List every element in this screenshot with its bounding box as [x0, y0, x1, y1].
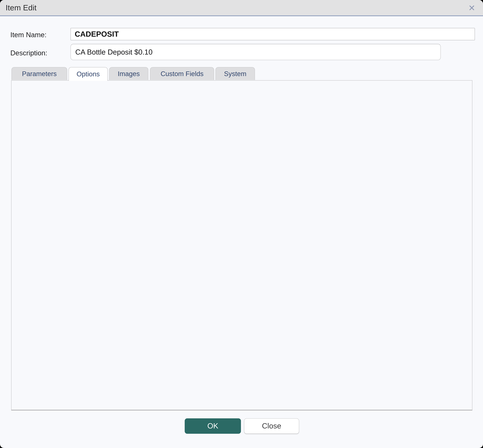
dialog-title: Item Edit [6, 3, 37, 12]
tab-label: Options [76, 70, 100, 78]
close-button[interactable]: Close [244, 418, 299, 434]
item-name-input[interactable] [71, 28, 475, 40]
tab-label: Parameters [22, 70, 57, 78]
ok-button[interactable]: OK [185, 418, 241, 434]
description-input[interactable] [71, 44, 441, 60]
tab-images[interactable]: Images [109, 67, 148, 80]
tab-custom-fields[interactable]: Custom Fields [150, 67, 214, 80]
options-tab-panel [11, 80, 472, 410]
item-name-label: Item Name: [10, 31, 46, 39]
close-icon[interactable]: ✕ [467, 3, 477, 13]
tab-label: Custom Fields [161, 70, 204, 78]
tab-options[interactable]: Options [69, 67, 108, 81]
tab-system[interactable]: System [215, 67, 255, 80]
tab-label: Images [118, 70, 140, 78]
description-label: Description: [10, 49, 47, 57]
dialog-titlebar: Item Edit ✕ [0, 0, 483, 16]
tab-label: System [224, 70, 246, 78]
tab-parameters[interactable]: Parameters [11, 67, 67, 80]
item-edit-dialog: Item Edit ✕ Item Name: Description: Para… [0, 0, 483, 448]
